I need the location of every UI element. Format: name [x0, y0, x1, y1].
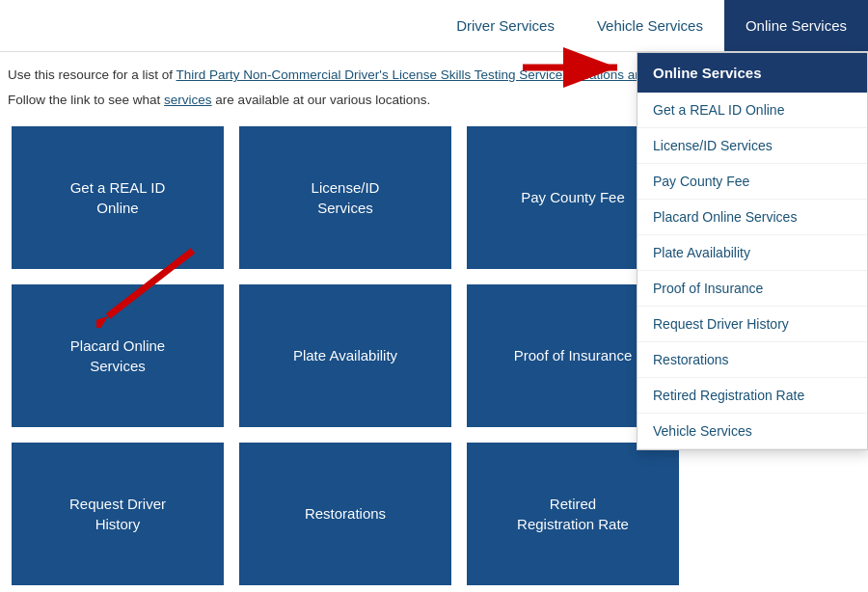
card-placard[interactable]: Placard OnlineServices: [12, 284, 224, 427]
dropdown-item-insurance[interactable]: Proof of Insurance: [637, 271, 867, 307]
dropdown-item-pay-county[interactable]: Pay County Fee: [637, 164, 867, 200]
dropdown-item-vehicle-services[interactable]: Vehicle Services: [637, 414, 867, 449]
dropdown-header: Online Services: [637, 53, 867, 93]
nav-driver-services[interactable]: Driver Services: [435, 0, 576, 51]
card-driver-history[interactable]: Request DriverHistory: [12, 443, 224, 585]
card-real-id[interactable]: Get a REAL IDOnline: [12, 126, 224, 269]
card-license-id[interactable]: License/IDServices: [239, 126, 451, 269]
dropdown-item-restorations[interactable]: Restorations: [637, 342, 867, 378]
dropdown-item-placard[interactable]: Placard Online Services: [637, 200, 867, 235]
dropdown-item-plate[interactable]: Plate Availability: [637, 235, 867, 271]
nav-vehicle-services[interactable]: Vehicle Services: [576, 0, 724, 51]
dropdown-item-driver-history[interactable]: Request Driver History: [637, 307, 867, 342]
online-services-dropdown: Online Services Get a REAL ID Online Lic…: [637, 52, 868, 450]
card-restorations[interactable]: Restorations: [239, 443, 451, 585]
card-retired-reg[interactable]: RetiredRegistration Rate: [467, 443, 679, 585]
dropdown-item-retired-reg[interactable]: Retired Registration Rate: [637, 378, 867, 414]
dropdown-item-license-id[interactable]: License/ID Services: [637, 128, 867, 164]
top-nav: Driver Services Vehicle Services Online …: [0, 0, 868, 52]
dropdown-item-real-id[interactable]: Get a REAL ID Online: [637, 93, 867, 128]
nav-online-services[interactable]: Online Services: [724, 0, 868, 51]
card-plate[interactable]: Plate Availability: [239, 284, 451, 427]
services-link[interactable]: services: [164, 93, 212, 107]
